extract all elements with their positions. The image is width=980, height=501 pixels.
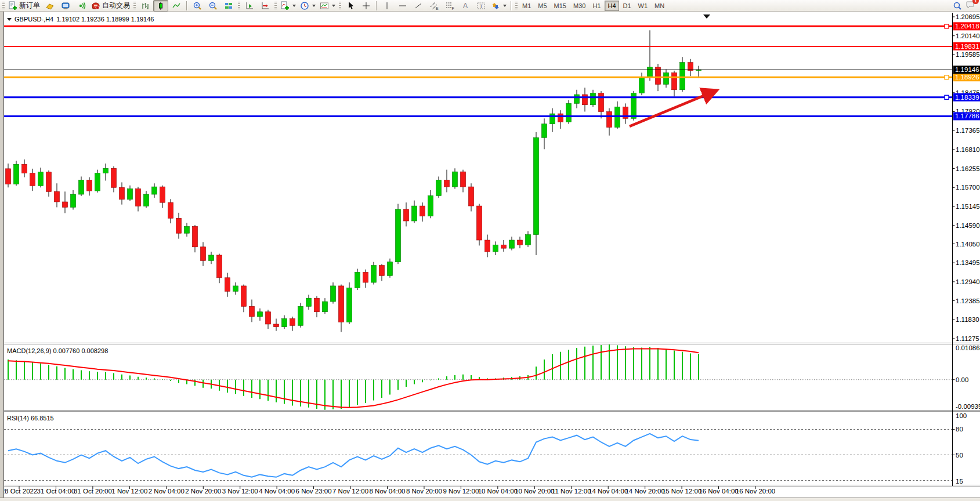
signals-button[interactable] bbox=[74, 0, 89, 12]
svg-text:3 Nov 12:00: 3 Nov 12:00 bbox=[222, 488, 258, 495]
svg-text:6 Nov 23:00: 6 Nov 23:00 bbox=[296, 488, 332, 495]
arrows-icon bbox=[491, 1, 500, 10]
market-button[interactable] bbox=[58, 0, 73, 12]
toolbar-grip[interactable] bbox=[2, 2, 5, 10]
price-badge: 1.18339 bbox=[953, 93, 980, 101]
price-badge: 1.17786 bbox=[953, 112, 980, 120]
arrows-button[interactable] bbox=[489, 0, 508, 12]
text-icon: A bbox=[461, 1, 470, 10]
indicators-button[interactable] bbox=[279, 0, 298, 12]
horizontal-line-button[interactable] bbox=[395, 0, 410, 12]
text-label-button[interactable]: T bbox=[473, 0, 489, 12]
tile-windows-button[interactable] bbox=[221, 0, 236, 12]
tab-timeframe-h1[interactable]: H1 bbox=[590, 1, 603, 11]
svg-text:2 Nov 04:00: 2 Nov 04:00 bbox=[149, 488, 185, 495]
fibonacci-button[interactable]: F bbox=[442, 0, 457, 12]
svg-text:15 Nov 12:00: 15 Nov 12:00 bbox=[662, 488, 701, 495]
price-badge: 1.19831 bbox=[953, 42, 980, 50]
chart-shift-button[interactable] bbox=[258, 0, 273, 12]
chat-badge: 1 bbox=[972, 0, 979, 4]
chart-dropdown-icon[interactable] bbox=[7, 18, 12, 21]
toolbar-right: 1 bbox=[953, 0, 979, 12]
svg-text:-0.009358: -0.009358 bbox=[956, 403, 980, 410]
label-letter: T bbox=[480, 3, 483, 9]
timeframe-toolbar: M1M5M15M30H1H4D1W1MN bbox=[519, 1, 667, 11]
toolbar-grip[interactable] bbox=[515, 2, 518, 10]
zoom-out-icon bbox=[208, 1, 218, 10]
chart-canvas[interactable]: 1.206951.201401.195851.190301.184751.179… bbox=[0, 12, 980, 501]
toolbar-grip[interactable] bbox=[339, 2, 341, 10]
svg-text:1.12385: 1.12385 bbox=[956, 297, 980, 304]
toolbar-grip[interactable] bbox=[133, 2, 136, 10]
svg-text:1.19146: 1.19146 bbox=[955, 66, 979, 73]
window-bottom-border bbox=[0, 498, 980, 501]
tab-timeframe-h4[interactable]: H4 bbox=[605, 1, 619, 11]
auto-scroll-button[interactable] bbox=[242, 0, 257, 12]
svg-text:2 Nov 20:00: 2 Nov 20:00 bbox=[185, 488, 221, 495]
chart-window[interactable]: 1.206951.201401.195851.190301.184751.179… bbox=[0, 12, 980, 501]
svg-text:1.14590: 1.14590 bbox=[956, 222, 980, 229]
rsi-label: RSI(14) 66.8515 bbox=[7, 415, 54, 422]
gold-button[interactable] bbox=[42, 0, 57, 12]
svg-text:1.15145: 1.15145 bbox=[956, 203, 980, 210]
autotrading-button[interactable]: 自动交易 bbox=[89, 0, 132, 12]
candlestick-chart-button[interactable] bbox=[153, 0, 168, 12]
tab-timeframe-m15[interactable]: M15 bbox=[551, 1, 569, 11]
tab-timeframe-m5[interactable]: M5 bbox=[535, 1, 549, 11]
channel-button[interactable]: E bbox=[426, 0, 442, 12]
chat-button[interactable]: 1 bbox=[965, 0, 975, 12]
tab-timeframe-d1[interactable]: D1 bbox=[620, 1, 634, 11]
line-chart-button[interactable] bbox=[169, 0, 184, 12]
chart-shift-icon bbox=[261, 1, 270, 10]
cursor-button[interactable] bbox=[343, 0, 358, 12]
horizontal-line-icon bbox=[398, 1, 407, 10]
new-order-button[interactable]: 新订单 bbox=[6, 0, 42, 12]
svg-text:50: 50 bbox=[956, 452, 963, 459]
price-badge: 1.19146 bbox=[953, 66, 980, 74]
zoom-out-button[interactable] bbox=[205, 0, 220, 12]
bar-chart-button[interactable] bbox=[138, 0, 153, 12]
tab-timeframe-w1[interactable]: W1 bbox=[635, 1, 651, 11]
trendline-button[interactable] bbox=[411, 0, 426, 12]
svg-text:1.11275: 1.11275 bbox=[956, 335, 979, 342]
bar-chart-icon bbox=[140, 1, 150, 10]
periods-button[interactable] bbox=[298, 0, 317, 12]
candlestick-icon bbox=[156, 1, 165, 10]
hline-marker[interactable] bbox=[945, 24, 949, 28]
hline-marker[interactable] bbox=[945, 75, 949, 79]
tile-windows-icon bbox=[224, 1, 233, 10]
svg-text:11 Nov 12:00: 11 Nov 12:00 bbox=[552, 488, 591, 495]
svg-text:28 Oct 2022: 28 Oct 2022 bbox=[1, 488, 38, 495]
svg-text:1.12940: 1.12940 bbox=[956, 278, 980, 285]
svg-text:7 Nov 12:00: 7 Nov 12:00 bbox=[332, 488, 368, 495]
svg-text:8 Nov 20:00: 8 Nov 20:00 bbox=[406, 488, 442, 495]
vertical-line-button[interactable] bbox=[379, 0, 395, 12]
templates-button[interactable] bbox=[318, 0, 337, 12]
dropdown-caret bbox=[292, 5, 296, 7]
toolbar-separator bbox=[376, 1, 377, 10]
clock-icon bbox=[300, 1, 309, 10]
new-order-icon bbox=[8, 1, 17, 10]
channel-letter: E bbox=[436, 6, 439, 10]
svg-text:31 Oct 20:00: 31 Oct 20:00 bbox=[74, 488, 112, 495]
tab-timeframe-m1[interactable]: M1 bbox=[519, 1, 534, 11]
text-button[interactable]: A bbox=[458, 0, 473, 12]
price-axis[interactable]: 1.206951.201401.195851.190301.184751.179… bbox=[953, 13, 980, 486]
search-icon[interactable] bbox=[953, 1, 962, 10]
crosshair-button[interactable] bbox=[359, 0, 374, 12]
vertical-line-icon bbox=[382, 1, 392, 10]
svg-text:9 Nov 12:00: 9 Nov 12:00 bbox=[443, 488, 479, 495]
time-axis[interactable]: 28 Oct 202231 Oct 04:0031 Oct 20:001 Nov… bbox=[1, 487, 776, 495]
svg-text:1.16810: 1.16810 bbox=[956, 146, 980, 153]
tab-timeframe-m30[interactable]: M30 bbox=[570, 1, 588, 11]
crosshair-icon bbox=[361, 1, 371, 10]
toolbar-separator bbox=[511, 1, 512, 10]
tab-timeframe-mn[interactable]: MN bbox=[652, 1, 667, 11]
toolbar-separator bbox=[186, 1, 187, 10]
zoom-in-button[interactable] bbox=[190, 0, 205, 12]
toolbar-grip[interactable] bbox=[274, 2, 277, 10]
toolbar-grip[interactable] bbox=[238, 2, 240, 10]
hline-marker[interactable] bbox=[945, 95, 949, 99]
svg-text:1.17786: 1.17786 bbox=[955, 112, 979, 119]
svg-text:1.19831: 1.19831 bbox=[955, 43, 979, 50]
